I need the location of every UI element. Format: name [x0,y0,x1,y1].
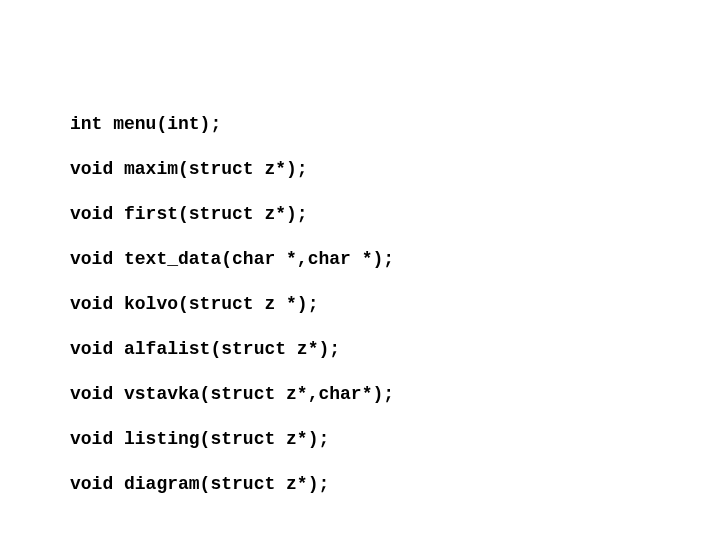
code-line: void kolvo(struct z *); [70,293,720,316]
code-line: void listing(struct z*); [70,428,720,451]
code-block: int menu(int); void maxim(struct z*); vo… [0,0,720,518]
code-line: void maxim(struct z*); [70,158,720,181]
code-line: void text_data(char *,char *); [70,248,720,271]
code-line: void vstavka(struct z*,char*); [70,383,720,406]
code-line: void first(struct z*); [70,203,720,226]
code-line: int menu(int); [70,113,720,136]
code-line: void alfalist(struct z*); [70,338,720,361]
code-line: void diagram(struct z*); [70,473,720,496]
